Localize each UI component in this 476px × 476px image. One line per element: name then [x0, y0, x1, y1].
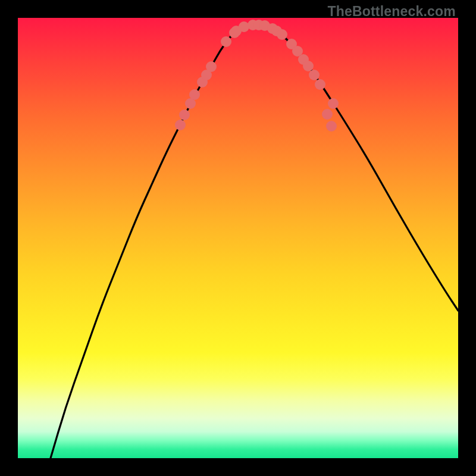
marker-dot: [271, 26, 282, 36]
marker-dot: [197, 77, 208, 87]
marker-dot: [206, 61, 217, 72]
marker-dot: [231, 26, 242, 36]
marker-dot: [189, 89, 200, 100]
marker-dot: [292, 46, 303, 57]
marker-dots: [175, 20, 339, 131]
marker-dot: [201, 70, 212, 80]
marker-dot: [239, 21, 249, 32]
marker-dot: [315, 79, 325, 90]
marker-dot: [175, 120, 186, 130]
attribution-text: TheBottleneck.com: [327, 4, 456, 20]
marker-dot: [229, 27, 240, 38]
marker-dot: [309, 70, 320, 80]
curve-line: [51, 25, 458, 458]
marker-dot: [259, 20, 270, 31]
marker-dot: [303, 61, 314, 71]
marker-dot: [328, 98, 339, 109]
marker-dot: [185, 98, 196, 109]
marker-dot: [322, 109, 333, 120]
marker-dot: [221, 36, 231, 47]
marker-dot: [248, 20, 258, 30]
chart-plot-area: [18, 18, 458, 458]
marker-dot: [179, 109, 190, 120]
marker-dot: [267, 23, 278, 34]
marker-dot: [253, 20, 264, 30]
chart-svg: [18, 18, 458, 458]
marker-dot: [326, 121, 337, 131]
marker-dot: [298, 54, 309, 65]
marker-dot: [286, 39, 297, 49]
marker-dot: [277, 29, 287, 40]
